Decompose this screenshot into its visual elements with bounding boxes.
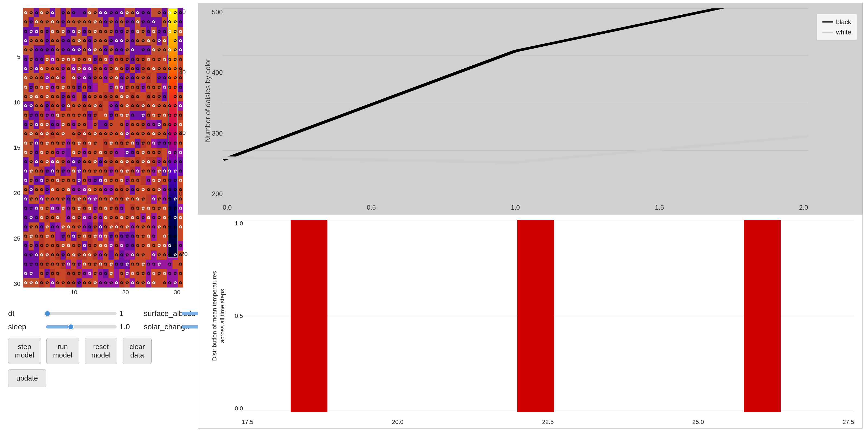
black-daisy: ✿ — [147, 20, 150, 24]
black-daisy: ✿ — [109, 169, 113, 173]
heatmap-cell: ✿ — [156, 129, 162, 138]
black-daisy: ✿ — [77, 150, 81, 155]
white-daisy: ✿ — [77, 29, 81, 34]
heatmap-cell: ✿ — [66, 157, 71, 166]
heatmap-cell: ✿ — [61, 278, 66, 287]
heatmap-cell: ✿ — [124, 213, 130, 222]
heatmap-cell: ✿ — [119, 176, 124, 185]
black-daisy: ✿ — [179, 253, 182, 257]
heatmap-cell: ✿ — [66, 64, 71, 73]
white-daisy: ✿ — [45, 253, 49, 257]
clear-data-button[interactable]: cleardata — [123, 338, 151, 364]
sleep-slider[interactable] — [46, 325, 117, 329]
heatmap-cell: ✿ — [124, 259, 130, 269]
black-daisy: ✿ — [51, 38, 54, 43]
black-daisy: ✿ — [35, 113, 38, 118]
heatmap-cell: ✿ — [87, 185, 93, 194]
heatmap-cell: ✿ — [50, 36, 55, 45]
heatmap-cell: ✿ — [29, 64, 34, 73]
black-daisy: ✿ — [163, 225, 166, 229]
heatmap-cell: ✿ — [146, 241, 151, 250]
heatmap-cell: ✿ — [108, 129, 114, 138]
black-daisy: ✿ — [51, 197, 54, 201]
heatmap-cell: ✿ — [71, 55, 76, 64]
black-daisy: ✿ — [56, 206, 59, 211]
heatmap-cell: ✿ — [66, 111, 71, 120]
white-daisy: ✿ — [24, 104, 27, 108]
white-daisy: ✿ — [40, 215, 43, 220]
white-daisy: ✿ — [77, 38, 81, 43]
heatmap-cell: ✿ — [71, 138, 76, 148]
heatmap-cell: ✿ — [124, 185, 130, 194]
black-daisy: ✿ — [61, 94, 65, 99]
heatmap-cell: ✿ — [130, 241, 135, 250]
white-daisy: ✿ — [40, 85, 43, 90]
black-daisy: ✿ — [61, 281, 65, 285]
white-daisy: ✿ — [147, 234, 150, 239]
heatmap-cell: ✿ — [23, 278, 29, 287]
white-daisy: ✿ — [131, 141, 134, 145]
heatmap-cell: ✿ — [162, 73, 167, 83]
heatmap-cell: ✿ — [141, 111, 146, 120]
black-daisy: ✿ — [72, 262, 75, 267]
heatmap-cell: ✿ — [141, 241, 146, 250]
heatmap-cell: ✿ — [29, 8, 34, 18]
heatmap-cell: ✿ — [44, 83, 50, 92]
heatmap-cell: ✿ — [87, 8, 93, 18]
black-daisy: ✿ — [61, 38, 65, 43]
heatmap-cell: ✿ — [124, 278, 130, 287]
white-daisy: ✿ — [88, 253, 91, 257]
black-daisy: ✿ — [168, 271, 172, 276]
heatmap-cell: ✿ — [98, 259, 103, 269]
heatmap-cell: ✿ — [87, 55, 93, 64]
heatmap-cell: ✿ — [119, 18, 124, 27]
heatmap-cell: ✿ — [141, 129, 146, 138]
black-daisy: ✿ — [131, 169, 134, 173]
line-y-400: 400 — [212, 69, 223, 76]
dt-slider[interactable] — [46, 312, 117, 315]
white-daisy: ✿ — [29, 131, 33, 136]
run-model-button[interactable]: runmodel — [46, 338, 79, 364]
heatmap-cell: ✿ — [98, 269, 103, 278]
white-daisy: ✿ — [141, 104, 145, 108]
reset-model-button[interactable]: resetmodel — [85, 338, 118, 364]
heatmap-cell: ✿ — [103, 204, 108, 213]
heatmap-cell: ✿ — [98, 36, 103, 45]
heatmap-cell: ✿ — [87, 231, 93, 241]
heatmap-cell: ✿ — [98, 204, 103, 213]
white-daisy: ✿ — [61, 225, 65, 229]
line-x-10: 1.0 — [511, 204, 520, 211]
black-daisy: ✿ — [67, 197, 70, 201]
update-button[interactable]: update — [8, 369, 46, 387]
white-daisy: ✿ — [88, 187, 91, 192]
black-daisy: ✿ — [83, 57, 86, 62]
step-model-button[interactable]: stepmodel — [8, 338, 41, 364]
white-daisy: ✿ — [99, 150, 102, 155]
white-daisy: ✿ — [35, 141, 38, 145]
heatmap-cell: ✿ — [108, 204, 114, 213]
black-daisy: ✿ — [131, 122, 134, 127]
heatmap-cell: ✿ — [108, 176, 114, 185]
black-daisy: ✿ — [120, 187, 123, 192]
white-daisy: ✿ — [152, 271, 155, 276]
black-daisy: ✿ — [136, 159, 140, 164]
black-daisy: ✿ — [163, 178, 166, 183]
heatmap-cell: ✿ — [44, 101, 50, 111]
black-daisy: ✿ — [67, 38, 70, 43]
white-daisy: ✿ — [61, 85, 65, 90]
heatmap-cell: ✿ — [114, 92, 119, 101]
left-panel: 30 25 20 15 10 5 0 ✿✿✿✿✿✿✿✿✿✿✿✿✿✿✿✿✿✿✿✿✿… — [0, 0, 195, 434]
heatmap-cell: ✿ — [151, 185, 156, 194]
black-daisy: ✿ — [136, 225, 140, 229]
black-daisy: ✿ — [115, 57, 118, 62]
heatmap-cell — [98, 138, 103, 148]
black-daisy: ✿ — [141, 48, 145, 52]
black-daisy: ✿ — [125, 141, 129, 145]
black-daisy: ✿ — [120, 48, 123, 52]
heatmap-cell: ✿ — [44, 194, 50, 204]
black-daisy: ✿ — [67, 159, 70, 164]
heatmap-cell: ✿ — [61, 129, 66, 138]
heatmap-cell — [34, 269, 39, 278]
heatmap-cell: ✿ — [108, 194, 114, 204]
heatmap-cell: ✿ — [87, 241, 93, 250]
